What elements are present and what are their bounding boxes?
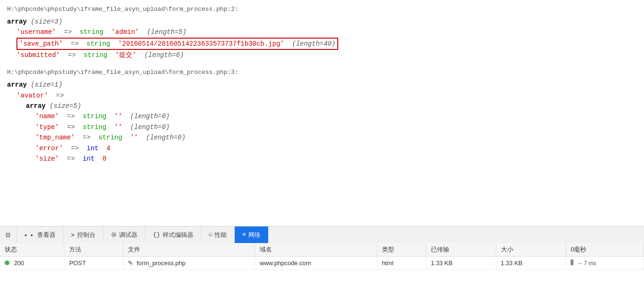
cell-method: POST — [64, 256, 123, 269]
tab-console[interactable]: ≻ 控制台 — [64, 227, 103, 243]
col-header-size: 大小 — [496, 243, 566, 256]
col-header-domain: 域名 — [254, 243, 377, 256]
file-path-1: H:\phpcode\phpstudy\iframe_file_asyn_upl… — [7, 5, 637, 15]
timing-bar — [571, 260, 573, 265]
row-tmp-name: 'tmp_name' => string '' (length=0) — [7, 132, 637, 143]
debug-block-2: H:\phpcode\phpstudy\iframe_file_asyn_upl… — [7, 68, 637, 164]
tab-inspector[interactable]: ✦ ✦ 查看器 — [16, 227, 64, 243]
tab-icon[interactable]: ⊡ — [0, 227, 16, 243]
file-icon: ✎ — [128, 260, 133, 267]
code-output: H:\phpcode\phpstudy\iframe_file_asyn_upl… — [0, 0, 644, 226]
col-header-type: 类型 — [377, 243, 426, 256]
key-save-path: 'save_path' — [19, 40, 63, 48]
cell-size: 1.33 KB — [496, 256, 566, 269]
console-icon: ≻ — [71, 231, 75, 239]
timing-value: → 7 ms — [577, 260, 596, 267]
keyword-array-2: array — [7, 81, 27, 89]
col-header-method: 方法 — [64, 243, 123, 256]
cell-timing: → 7 ms — [566, 256, 644, 269]
tab-performance[interactable]: ☺ 性能 — [201, 227, 235, 243]
status-dot — [5, 260, 9, 265]
tab-network[interactable]: ≡ 网络 — [235, 227, 269, 243]
row-size: 'size' => int 0 — [7, 154, 637, 164]
row-save-path: 'save_path' => string '20160514/20160514… — [7, 38, 637, 50]
table-row[interactable]: 200 POST ✎ form_process.php www.phpcode.… — [0, 256, 644, 269]
cursor-icon: ⊡ — [6, 230, 10, 240]
cell-transferred: 1.33 KB — [426, 256, 496, 269]
network-table: 状态 方法 文件 域名 类型 已传输 大小 0毫秒 200 POST ✎ for… — [0, 243, 644, 270]
cell-type: html — [377, 256, 426, 269]
gear-icon: ✦ — [24, 231, 28, 239]
row-error: 'error' => int 4 — [7, 143, 637, 154]
col-header-timing: 0毫秒 — [566, 243, 644, 256]
tab-debugger[interactable]: ⑩ 调试器 — [103, 227, 145, 243]
keyword-array-1: array — [7, 18, 27, 25]
debugger-icon: ⑩ — [111, 231, 117, 239]
network-icon: ≡ — [242, 231, 246, 238]
array-size-1: (size=3) — [31, 18, 62, 25]
row-name: 'name' => string '' (length=0) — [7, 111, 637, 122]
cell-domain: www.phpcode.com — [254, 256, 377, 269]
cell-file: ✎ form_process.php — [123, 256, 254, 269]
row-avator: 'avator' => — [7, 90, 637, 101]
col-header-file: 文件 — [123, 243, 254, 256]
style-icon: {} — [153, 231, 160, 238]
array-size-2: (size=1) — [31, 81, 62, 89]
cell-status: 200 — [0, 256, 64, 269]
tab-style-editor[interactable]: {} 样式编辑器 — [145, 227, 201, 243]
col-header-status: 状态 — [0, 243, 64, 256]
devtools-tab-bar: ⊡ ✦ ✦ 查看器 ≻ 控制台 ⑩ 调试器 {} 样式编辑器 ☺ 性能 ≡ 网络 — [0, 226, 644, 243]
row-submitted: 'submitted' => string '提交' (length=6) — [7, 50, 637, 60]
inner-array: array (size=5) — [7, 101, 637, 111]
row-username: 'username' => string 'admin' (length=5) — [7, 27, 637, 37]
key-username: 'username' — [16, 28, 56, 36]
key-submitted: 'submitted' — [16, 51, 60, 59]
file-path-2: H:\phpcode\phpstudy\iframe_file_asyn_upl… — [7, 68, 637, 78]
row-type: 'type' => string '' (length=0) — [7, 122, 637, 132]
col-header-transferred: 已传输 — [426, 243, 496, 256]
debug-block-1: H:\phpcode\phpstudy\iframe_file_asyn_upl… — [7, 5, 637, 60]
perf-icon: ☺ — [209, 231, 213, 238]
highlight-save-path: 'save_path' => string '20160514/20160514… — [16, 38, 338, 50]
